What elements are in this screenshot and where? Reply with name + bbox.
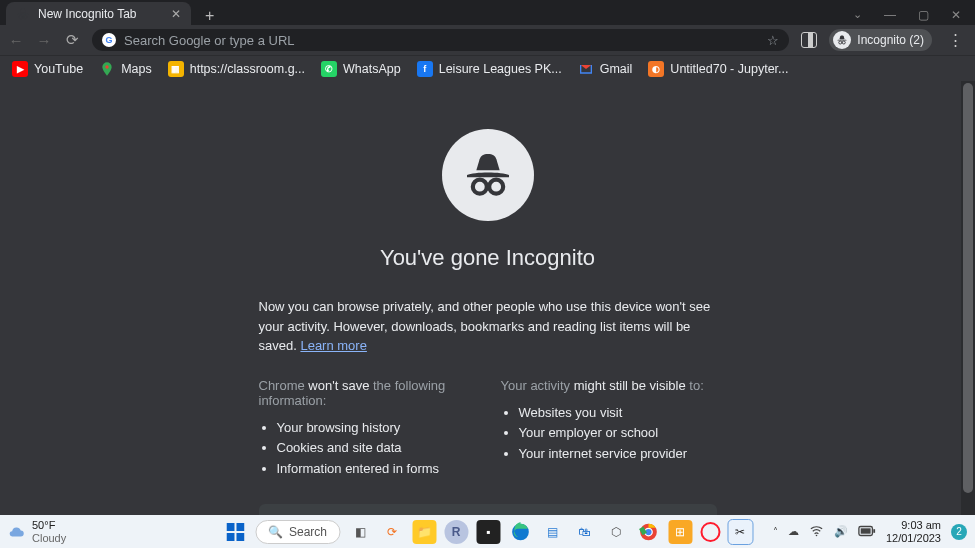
youtube-icon: ▶ — [12, 61, 28, 77]
system-tray: ˄ ☁ 🔊 9:03 am 12/01/2023 2 — [773, 519, 967, 543]
whatsapp-icon: ✆ — [321, 61, 337, 77]
jupyter-icon: ◐ — [648, 61, 664, 77]
task-view-icon[interactable]: ◧ — [348, 520, 372, 544]
tab-title: New Incognito Tab — [38, 7, 137, 21]
browser-tab[interactable]: New Incognito Tab ✕ — [6, 2, 191, 25]
svg-rect-6 — [236, 533, 244, 541]
side-panel-icon[interactable] — [801, 32, 817, 48]
classroom-icon: ▦ — [168, 61, 184, 77]
list-item: Your browsing history — [277, 418, 475, 439]
svg-rect-4 — [236, 523, 244, 531]
facebook-icon: f — [417, 61, 433, 77]
bookmark-jupyter[interactable]: ◐ Untitled70 - Jupyter... — [648, 61, 788, 77]
list-item: Cookies and site data — [277, 438, 475, 459]
maximize-icon[interactable]: ▢ — [918, 8, 929, 22]
back-icon[interactable]: ← — [8, 32, 24, 49]
minimize-icon[interactable]: — — [884, 8, 896, 22]
bookmarks-bar: ▶ YouTube Maps ▦ https://classroom.g... … — [0, 55, 975, 81]
svg-rect-3 — [226, 523, 234, 531]
app-icon[interactable]: ⟳ — [380, 520, 404, 544]
window-controls: ⌄ — ▢ ✕ — [853, 8, 975, 25]
opera-icon[interactable] — [700, 522, 720, 542]
incognito-hero-icon — [442, 129, 534, 221]
store-icon[interactable]: 🛍 — [572, 520, 596, 544]
close-window-icon[interactable]: ✕ — [951, 8, 961, 22]
windows-taskbar: 50°F Cloudy 🔍 Search ◧ ⟳ 📁 R ▪ ▤ 🛍 ⬡ ⊞ ✂… — [0, 515, 975, 548]
app-icon[interactable]: ▤ — [540, 520, 564, 544]
taskbar-search[interactable]: 🔍 Search — [255, 520, 340, 544]
scrollbar[interactable] — [961, 81, 975, 515]
page-viewport: You've gone Incognito Now you can browse… — [0, 81, 975, 515]
battery-icon[interactable] — [858, 525, 876, 539]
scrollbar-thumb[interactable] — [963, 83, 973, 493]
bookmark-maps[interactable]: Maps — [99, 61, 152, 77]
intro-text: Now you can browse privately, and other … — [259, 297, 717, 356]
close-tab-icon[interactable]: ✕ — [171, 7, 181, 21]
bookmark-whatsapp[interactable]: ✆ WhatsApp — [321, 61, 401, 77]
profile-badge[interactable]: Incognito (2) — [829, 29, 932, 51]
bookmark-classroom[interactable]: ▦ https://classroom.g... — [168, 61, 305, 77]
weather-cond: Cloudy — [32, 532, 66, 544]
list-item: Your internet service provider — [519, 444, 717, 465]
edge-icon[interactable] — [508, 520, 532, 544]
weather-widget[interactable]: 50°F Cloudy — [8, 519, 66, 543]
tray-overflow-icon[interactable]: ˄ — [773, 526, 778, 537]
onedrive-icon[interactable]: ☁ — [788, 525, 799, 538]
bookmark-star-icon[interactable]: ☆ — [767, 33, 779, 48]
toolbar: ← → ⟳ G Search Google or type a URL ☆ In… — [0, 25, 975, 55]
maps-icon — [99, 61, 115, 77]
weather-temp: 50°F — [32, 519, 66, 531]
volume-icon[interactable]: 🔊 — [834, 525, 848, 538]
file-explorer-icon[interactable]: 📁 — [412, 520, 436, 544]
bookmark-gmail[interactable]: Gmail — [578, 61, 633, 77]
wont-save-column: Chrome won't save the following informat… — [259, 378, 475, 480]
taskbar-center: 🔍 Search ◧ ⟳ 📁 R ▪ ▤ 🛍 ⬡ ⊞ ✂ — [223, 520, 752, 544]
terminal-icon[interactable]: ▪ — [476, 520, 500, 544]
app-icon[interactable]: ⊞ — [668, 520, 692, 544]
cloud-icon — [8, 523, 26, 541]
new-tab-button[interactable]: + — [191, 7, 228, 25]
reload-icon[interactable]: ⟳ — [64, 31, 80, 49]
snipping-tool-icon[interactable]: ✂ — [728, 520, 752, 544]
profile-label: Incognito (2) — [857, 33, 924, 47]
omnibox-placeholder: Search Google or type a URL — [124, 33, 295, 48]
svg-point-2 — [105, 65, 108, 68]
chrome-icon[interactable] — [636, 520, 660, 544]
svg-rect-13 — [861, 528, 871, 533]
menu-icon[interactable]: ⋮ — [944, 31, 967, 49]
svg-point-10 — [816, 535, 818, 537]
search-icon: 🔍 — [268, 525, 283, 539]
address-bar[interactable]: G Search Google or type a URL ☆ — [92, 29, 789, 51]
svg-rect-12 — [873, 529, 875, 533]
wifi-icon[interactable] — [809, 523, 824, 540]
incognito-icon — [16, 7, 30, 21]
gmail-icon — [578, 61, 594, 77]
notification-badge[interactable]: 2 — [951, 524, 967, 540]
list-item: Your employer or school — [519, 423, 717, 444]
bookmark-leisure-leagues[interactable]: f Leisure Leagues PK... — [417, 61, 562, 77]
page-heading: You've gone Incognito — [148, 245, 828, 271]
list-item: Information entered in forms — [277, 459, 475, 480]
taskbar-clock[interactable]: 9:03 am 12/01/2023 — [886, 519, 941, 543]
chevron-down-icon[interactable]: ⌄ — [853, 8, 862, 22]
start-button[interactable] — [223, 520, 247, 544]
app-icon[interactable]: ⬡ — [604, 520, 628, 544]
app-r-icon[interactable]: R — [444, 520, 468, 544]
visible-to-column: Your activity might still be visible to:… — [501, 378, 717, 480]
forward-icon[interactable]: → — [36, 32, 52, 49]
bookmark-youtube[interactable]: ▶ YouTube — [12, 61, 83, 77]
list-item: Websites you visit — [519, 403, 717, 424]
svg-rect-5 — [226, 533, 234, 541]
incognito-icon — [833, 31, 851, 49]
google-icon: G — [102, 33, 116, 47]
titlebar: New Incognito Tab ✕ + ⌄ — ▢ ✕ — [0, 0, 975, 25]
learn-more-link[interactable]: Learn more — [300, 338, 366, 353]
